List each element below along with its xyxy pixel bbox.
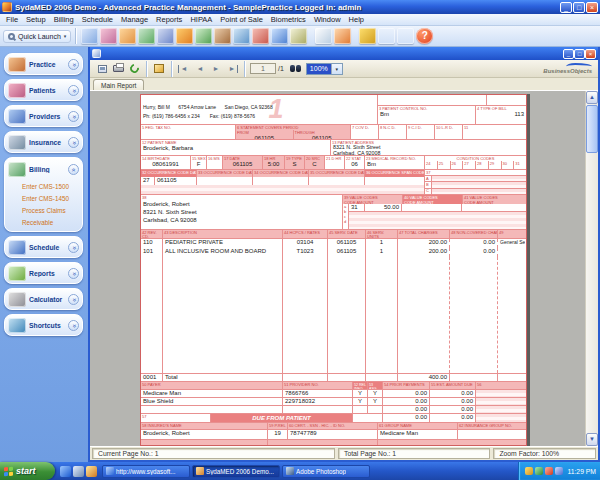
- tray-icon-2[interactable]: [535, 467, 543, 475]
- patients-icon[interactable]: [138, 28, 155, 44]
- tray-icon-1[interactable]: [525, 467, 533, 475]
- scrollbar-thumb[interactable]: [586, 105, 598, 153]
- chevron-down-icon[interactable]: »: [68, 85, 79, 96]
- sidebar-item-shortcuts[interactable]: Shortcuts »: [4, 314, 83, 336]
- sidebar-link-receivable[interactable]: Receivable: [5, 216, 82, 228]
- child-restore-icon[interactable]: □: [574, 49, 585, 59]
- sidebar-item-billing[interactable]: Billing »: [5, 158, 82, 180]
- open-folder-icon[interactable]: [100, 28, 117, 44]
- chevron-down-icon[interactable]: »: [68, 242, 79, 253]
- start-button[interactable]: start: [0, 462, 55, 480]
- taskbar-item-browser[interactable]: http://www.sydasoft...: [102, 465, 190, 478]
- chevron-down-icon[interactable]: »: [68, 294, 79, 305]
- sidebar-link-enter-cms-1500[interactable]: Enter CMS-1500: [5, 180, 82, 192]
- accounts-icon[interactable]: [252, 28, 269, 44]
- workstation-icon[interactable]: [176, 28, 193, 44]
- menu-manage[interactable]: Manage: [117, 14, 152, 25]
- vertical-scrollbar[interactable]: ▲ ▼: [585, 91, 598, 446]
- media-player-icon[interactable]: [86, 466, 97, 477]
- quick-launch-button[interactable]: Quick Launch ▾: [3, 30, 71, 43]
- sidebar-item-insurance[interactable]: Insurance »: [4, 131, 83, 153]
- new-folder-icon[interactable]: [81, 28, 98, 44]
- scheduler-icon[interactable]: [315, 28, 332, 44]
- scroll-up-icon[interactable]: ▲: [586, 91, 598, 104]
- zoom-dropdown-arrow-icon[interactable]: ▾: [331, 64, 342, 74]
- user-icon[interactable]: [290, 28, 307, 44]
- group-tree-button[interactable]: [151, 62, 167, 76]
- chevron-down-icon[interactable]: »: [68, 137, 79, 148]
- menu-reports[interactable]: Reports: [152, 14, 186, 25]
- sidebar-item-calculator[interactable]: Calculator »: [4, 288, 83, 310]
- menu-hipaa[interactable]: HIPAA: [186, 14, 216, 25]
- chevron-down-icon[interactable]: »: [68, 268, 79, 279]
- tray-icon-4[interactable]: [555, 467, 563, 475]
- close-button-icon[interactable]: ×: [586, 2, 598, 13]
- windows-taskbar: start http://www.sydasoft... SydaMED 200…: [0, 462, 600, 480]
- menu-schedule[interactable]: Schedule: [78, 14, 117, 25]
- menu-billing[interactable]: Billing: [50, 14, 78, 25]
- print-button[interactable]: [110, 62, 126, 76]
- menu-setup[interactable]: Setup: [22, 14, 50, 25]
- provider-icon[interactable]: [157, 28, 174, 44]
- refresh-button[interactable]: [126, 62, 142, 76]
- child-close-icon[interactable]: ×: [585, 49, 596, 59]
- menu-point-of-sale[interactable]: Point of Sale: [216, 14, 267, 25]
- export-button[interactable]: [94, 62, 110, 76]
- menu-biometrics[interactable]: Biometrics: [267, 14, 310, 25]
- pos-monitor-icon[interactable]: [378, 28, 395, 44]
- chevron-down-icon[interactable]: »: [68, 320, 79, 331]
- sidebar-item-practice[interactable]: Practice »: [4, 53, 83, 75]
- sidebar-item-providers[interactable]: Providers »: [4, 105, 83, 127]
- terminal-icon[interactable]: [271, 28, 288, 44]
- services-total-row: 0001 Total 400.00: [141, 373, 526, 382]
- scroll-down-icon[interactable]: ▼: [586, 433, 598, 446]
- facility-icon[interactable]: [233, 28, 250, 44]
- guarantor-address: 8321 N. Sixth Street: [141, 208, 342, 216]
- sidebar-item-schedule[interactable]: Schedule »: [4, 236, 83, 258]
- report-icon: [92, 49, 101, 58]
- maximize-button-icon[interactable]: □: [573, 2, 585, 13]
- occurrence-date: 061105: [155, 177, 196, 184]
- photoshop-icon: [286, 467, 294, 475]
- tray-icon-3[interactable]: [545, 467, 553, 475]
- sidebar-link-enter-cms-1450[interactable]: Enter CMS-1450: [5, 192, 82, 204]
- staff-icon[interactable]: [195, 28, 212, 44]
- practice-icon: [8, 57, 26, 72]
- show-desktop-icon[interactable]: [73, 466, 84, 477]
- due-from-patient-row: 57 DUE FROM PATIENT 0.00 0.00: [141, 414, 526, 423]
- taskbar-item-sydamed[interactable]: SydaMED 2006 Demo...: [192, 465, 280, 478]
- taskbar-item-photoshop[interactable]: Adobe Photoshop: [282, 465, 370, 478]
- first-page-button[interactable]: ◄: [176, 62, 192, 76]
- page-number-input[interactable]: 1: [250, 63, 276, 74]
- sidebar-label-providers: Providers: [29, 113, 68, 120]
- minimize-button-icon[interactable]: _: [560, 2, 572, 13]
- patient-list-icon[interactable]: [119, 28, 136, 44]
- toolbar-separator: [75, 28, 76, 44]
- find-button[interactable]: [288, 62, 304, 76]
- zoom-select[interactable]: 100% ▾: [306, 63, 343, 75]
- total-charges: 400.00: [398, 374, 449, 381]
- next-page-button[interactable]: ►: [208, 62, 224, 76]
- chevron-down-icon[interactable]: »: [68, 111, 79, 122]
- last-page-button[interactable]: ►: [224, 62, 240, 76]
- billing-icon[interactable]: [214, 28, 231, 44]
- child-minimize-icon[interactable]: _: [563, 49, 574, 59]
- guarantor-city: Carlsbad, CA 92008: [141, 216, 342, 224]
- menu-window[interactable]: Window: [310, 14, 345, 25]
- quick-launch-label: Quick Launch: [18, 33, 61, 40]
- menu-help[interactable]: Help: [345, 14, 368, 25]
- prev-page-button[interactable]: ◄: [192, 62, 208, 76]
- notes-icon[interactable]: [334, 28, 351, 44]
- internet-explorer-icon[interactable]: [60, 466, 71, 477]
- help-icon[interactable]: [416, 28, 433, 44]
- menu-file[interactable]: File: [2, 14, 22, 25]
- sidebar-item-patients[interactable]: Patients »: [4, 79, 83, 101]
- reports-chart-icon[interactable]: [359, 28, 376, 44]
- security-lock-icon[interactable]: [397, 28, 414, 44]
- chevron-down-icon[interactable]: »: [68, 59, 79, 70]
- sydamed-icon: [196, 467, 204, 475]
- sidebar-item-reports[interactable]: Reports »: [4, 262, 83, 284]
- chevron-up-icon[interactable]: »: [68, 164, 79, 175]
- sidebar-link-process-claims[interactable]: Process Claims: [5, 204, 82, 216]
- tab-main-report[interactable]: Main Report: [93, 79, 144, 90]
